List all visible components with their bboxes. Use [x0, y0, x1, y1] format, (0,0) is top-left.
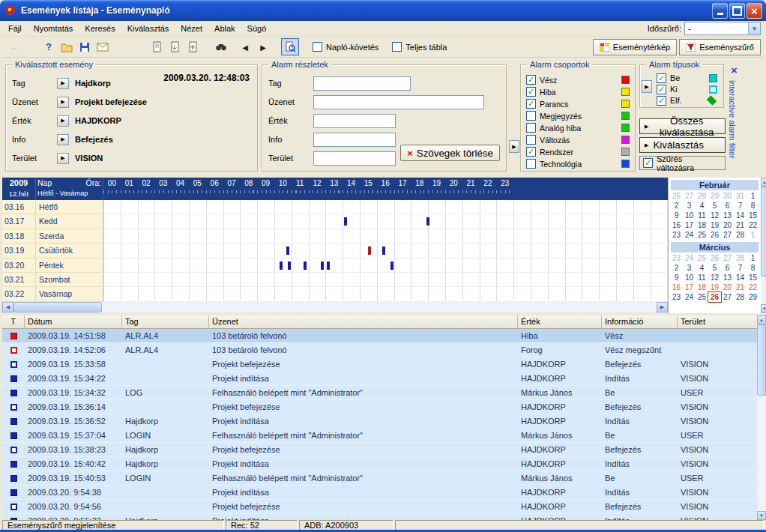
checkbox-box[interactable]: [526, 75, 536, 85]
import-page-button[interactable]: [184, 38, 202, 55]
calendar-day[interactable]: 11: [696, 273, 708, 282]
calendar-day[interactable]: 6: [721, 201, 734, 211]
filter-close-icon[interactable]: [731, 64, 738, 76]
menu-item-3[interactable]: Kiválasztás: [121, 22, 175, 34]
field-expand-button[interactable]: [57, 153, 69, 164]
calendar-day[interactable]: 4: [696, 263, 708, 273]
timeline-row[interactable]: 03.16Hétfő: [2, 200, 668, 214]
alarm-group-item[interactable]: Analóg hiba: [526, 122, 630, 133]
timeline-row[interactable]: 03.20Péntek: [2, 259, 668, 273]
calendar-day[interactable]: 21: [734, 282, 747, 292]
table-row[interactable]: 2009.03.19. 15:36:52HajdkorpProjekt indí…: [2, 414, 766, 429]
filter-on-change-checkbox[interactable]: Szűrés változásra: [639, 156, 726, 170]
table-row[interactable]: 2009.03.19. 15:34:22Projekt indításaHAJD…: [2, 372, 766, 386]
timeline-row[interactable]: 03.21Szombat: [2, 273, 668, 287]
calendar-day[interactable]: 10: [683, 273, 696, 282]
calendar-day[interactable]: 7: [734, 201, 747, 211]
calendar-day[interactable]: 22: [747, 220, 759, 230]
open-button[interactable]: [58, 38, 76, 55]
column-header-2[interactable]: Tag: [122, 315, 209, 329]
alarm-type-item[interactable]: Elf.: [657, 95, 717, 106]
menu-item-4[interactable]: Nézet: [175, 22, 208, 34]
alarm-type-item[interactable]: Ki: [657, 84, 717, 94]
event-mark[interactable]: [280, 262, 283, 270]
select-all-button[interactable]: Összes kiválasztása: [639, 118, 726, 134]
calendar-day[interactable]: 5: [708, 263, 721, 273]
close-button[interactable]: [747, 3, 762, 19]
timeline-row[interactable]: 03.18Szerda: [2, 229, 668, 244]
calendar-day[interactable]: 27: [721, 230, 734, 240]
table-row[interactable]: 2009.03.20. 9:54:38Projekt indításaHAJDK…: [2, 486, 766, 500]
calendar-day[interactable]: 28: [734, 292, 747, 302]
field-expand-button[interactable]: [57, 97, 69, 108]
checkbox-box[interactable]: [526, 99, 536, 109]
calendar-day[interactable]: 28: [696, 191, 708, 201]
calendar-day[interactable]: 17: [683, 282, 696, 292]
alarm-groups-expand-button[interactable]: [509, 140, 519, 153]
alarm-types-expand-button[interactable]: [642, 80, 652, 93]
column-header-6[interactable]: Terület: [678, 315, 759, 329]
time-filter-combobox[interactable]: -: [684, 22, 761, 35]
scroll-down-icon[interactable]: [757, 511, 766, 520]
alarm-group-item[interactable]: Technológia: [526, 158, 630, 169]
calendar-day[interactable]: 12: [708, 273, 721, 282]
calendar-day[interactable]: 5: [708, 201, 721, 211]
event-mark[interactable]: [288, 262, 291, 270]
alarm-group-item[interactable]: Vész: [526, 74, 630, 85]
calendar-day[interactable]: 27: [721, 253, 734, 263]
column-header-0[interactable]: T: [2, 315, 25, 329]
timeline-row[interactable]: 03.22Vasárnap: [2, 287, 668, 301]
calendar-day[interactable]: 25: [696, 253, 708, 263]
vscroll-track[interactable]: [757, 396, 766, 511]
timeline-row[interactable]: 03.19Csütörtök: [2, 244, 668, 258]
calendar-day[interactable]: 8: [747, 201, 759, 211]
column-header-3[interactable]: Üzenet: [209, 315, 518, 329]
calendar-day[interactable]: 6: [721, 263, 734, 273]
calendar-day[interactable]: 2: [670, 263, 683, 273]
find-button[interactable]: [212, 38, 230, 55]
vscroll-thumb[interactable]: [757, 324, 766, 396]
calendar-day[interactable]: 23: [670, 292, 683, 302]
checkbox-box[interactable]: [657, 73, 666, 83]
alarm-detail-input-1[interactable]: [313, 95, 484, 109]
select-button[interactable]: Kiválasztás: [639, 137, 726, 153]
event-mark[interactable]: [390, 262, 393, 270]
calendar-day[interactable]: 9: [670, 273, 683, 282]
alarm-detail-input-4[interactable]: [313, 151, 396, 166]
calendar-day[interactable]: 27: [683, 191, 696, 201]
restore-button[interactable]: [729, 3, 745, 19]
export-page-button[interactable]: [166, 38, 184, 55]
calendar-day[interactable]: 13: [721, 273, 734, 282]
calendar-day[interactable]: 14: [734, 211, 747, 220]
event-mark[interactable]: [368, 247, 371, 255]
calendar-day[interactable]: 17: [683, 220, 696, 230]
alarm-group-item[interactable]: Hiba: [526, 86, 630, 97]
timeline-row[interactable]: 03.17Kedd: [2, 214, 668, 229]
scroll-left-icon[interactable]: [2, 302, 13, 312]
menu-item-5[interactable]: Ablak: [208, 22, 241, 34]
alarm-group-item[interactable]: Rendszer: [526, 146, 630, 157]
calendar-day[interactable]: 8: [747, 263, 759, 273]
calendar-day[interactable]: 19: [708, 282, 721, 292]
calendar-day[interactable]: 16: [670, 220, 683, 230]
zoom-view-button[interactable]: [281, 38, 299, 55]
calendar-day[interactable]: 18: [696, 282, 708, 292]
alarm-type-item[interactable]: Be: [657, 73, 717, 83]
checkbox-box[interactable]: [526, 123, 536, 133]
checkbox-box[interactable]: [526, 111, 536, 121]
scroll-right-icon[interactable]: [657, 302, 668, 312]
table-row[interactable]: 2009.03.19. 14:51:58ALR.AL4103 betároló …: [2, 329, 766, 343]
table-vscrollbar[interactable]: [757, 315, 766, 520]
event-mark[interactable]: [321, 262, 324, 270]
calendar-day[interactable]: 29: [708, 191, 721, 201]
table-row[interactable]: 2009.03.19. 15:36:14Projekt befejezéseHA…: [2, 400, 766, 414]
vscroll-thumb[interactable]: [761, 187, 766, 276]
chevron-down-icon[interactable]: [748, 22, 760, 34]
calendar-day[interactable]: 3: [683, 201, 696, 211]
table-row[interactable]: 2009.03.19. 15:33:58Projekt befejezéseHA…: [2, 357, 766, 372]
calendar-day[interactable]: 16: [670, 282, 683, 292]
column-header-5[interactable]: Információ: [602, 315, 678, 329]
alarm-group-item[interactable]: Megjegyzés: [526, 110, 630, 121]
calendar-day[interactable]: 24: [683, 230, 696, 240]
next-button[interactable]: [254, 38, 272, 55]
